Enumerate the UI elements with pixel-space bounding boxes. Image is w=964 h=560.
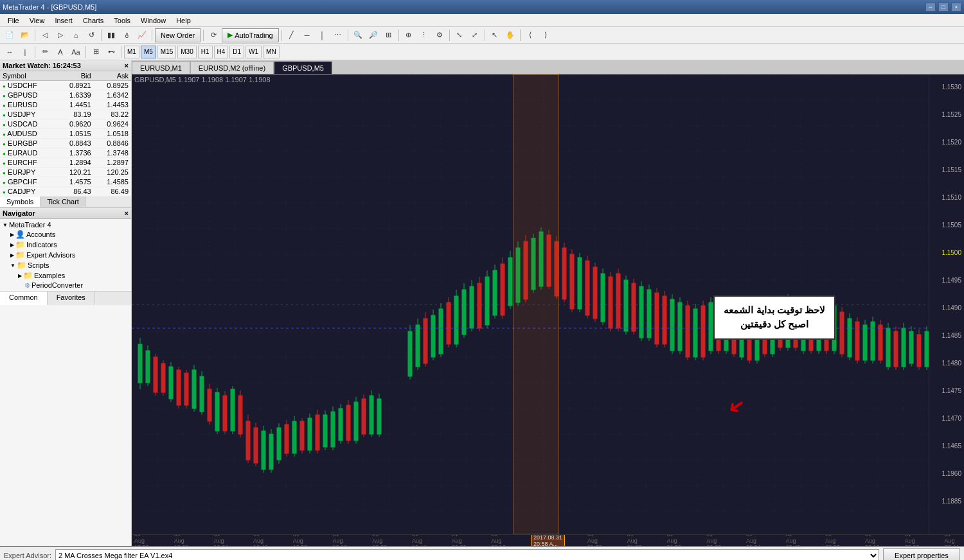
restore-button[interactable]: □ <box>938 3 949 12</box>
expand-button[interactable]: ⤡ <box>452 28 467 42</box>
ea-expand: ▶ <box>10 252 14 258</box>
line-tool-button[interactable]: ╱ <box>285 28 299 42</box>
period-w1[interactable]: W1 <box>245 46 262 58</box>
tab-tick-chart[interactable]: Tick Chart <box>40 197 86 207</box>
navigator-close[interactable]: × <box>125 209 129 217</box>
nav-expert-advisors[interactable]: ▶ 📁 Expert Advisors <box>0 250 131 260</box>
h-line-button[interactable]: ─ <box>300 28 314 42</box>
grid-button[interactable]: ⊞ <box>382 28 396 42</box>
chart-canvas[interactable]: GBPUSD,M5 1.1907 1.1908 1.1907 1.1908 <box>132 74 964 534</box>
price-axis: 1.1530 1.1525 1.1520 1.1515 1.1510 1.150… <box>929 74 964 534</box>
arrow-left-button[interactable]: ◁ <box>38 28 52 42</box>
market-watch-row[interactable]: ● USDCAD 0.9620 0.9624 <box>0 119 131 129</box>
chart-tab-eurusd-m2[interactable]: EURUSD,M2 (offline) <box>190 61 274 74</box>
nav-scripts[interactable]: ▼ 📁 Scripts <box>0 260 131 270</box>
refresh-button[interactable]: ↺ <box>84 28 98 42</box>
period-converter-label: PeriodConverter <box>31 281 83 289</box>
tab-symbols[interactable]: Symbols <box>0 197 40 207</box>
period-h1[interactable]: H1 <box>198 46 213 58</box>
chart-tab-gbpusd-m5[interactable]: GBPUSD,M5 <box>274 61 332 74</box>
period-m5[interactable]: M5 <box>141 46 156 58</box>
market-watch-row[interactable]: ● GBPUSD 1.6339 1.6342 <box>0 91 131 100</box>
market-watch-row[interactable]: ● EURJPY 120.21 120.25 <box>0 168 131 177</box>
v-line-button[interactable]: │ <box>316 28 330 42</box>
toolbar2-btn1[interactable]: ↔ <box>3 45 17 59</box>
more-button[interactable]: ⋮ <box>417 28 431 42</box>
candle-button[interactable]: 🕯 <box>120 28 134 42</box>
nav-examples[interactable]: ▶ 📁 Examples <box>0 270 131 281</box>
nav-accounts[interactable]: ▶ 👤 Accounts <box>0 229 131 240</box>
forward-button[interactable]: ⟩ <box>539 28 553 42</box>
bid-cell: 86.43 <box>56 187 93 197</box>
sep4 <box>203 30 204 41</box>
market-watch-row[interactable]: ● EURUSD 1.4451 1.4453 <box>0 100 131 110</box>
ea-dropdown[interactable]: 2 MA Crosses Mega filter EA V1.ex4 <box>55 549 879 560</box>
line-chart-button[interactable]: 📈 <box>135 28 149 42</box>
bid-cell: 1.2894 <box>56 158 93 168</box>
ask-cell: 1.2897 <box>94 158 131 168</box>
new-order-label: New Order <box>161 31 195 39</box>
menu-help[interactable]: Help <box>171 15 196 26</box>
menu-insert[interactable]: Insert <box>49 15 78 26</box>
menu-view[interactable]: View <box>24 15 50 26</box>
market-watch-row[interactable]: ● GBPCHF 1.4575 1.4585 <box>0 177 131 187</box>
nav-period-converter[interactable]: ⚙ PeriodConverter <box>0 281 131 290</box>
indicators-button[interactable]: ⊕ <box>402 28 416 42</box>
new-file-button[interactable]: 📄 <box>3 28 17 42</box>
period-d1[interactable]: D1 <box>229 46 244 58</box>
new-order-button[interactable]: New Order <box>155 28 201 42</box>
fib-button[interactable]: ⋯ <box>331 28 345 42</box>
toolbar2-abc2[interactable]: Aa <box>69 45 83 59</box>
menu-file[interactable]: File <box>3 15 24 26</box>
chart-refresh-button[interactable]: ⟳ <box>206 28 220 42</box>
settings-button[interactable]: ⚙ <box>433 28 447 42</box>
period-m30[interactable]: M30 <box>177 46 196 58</box>
market-watch-row[interactable]: ● EURCHF 1.2894 1.2897 <box>0 158 131 168</box>
period-m15[interactable]: M15 <box>157 46 176 58</box>
navigator-panel: Navigator × ▼ MetaTrader 4 ▶ 👤 Accounts … <box>0 208 131 546</box>
market-watch-table: Symbol Bid Ask ● USDCHF 0.8921 0.8925 ● … <box>0 71 131 197</box>
expert-properties-button[interactable]: Expert properties <box>883 548 960 560</box>
hand-button[interactable]: ✋ <box>503 28 517 42</box>
sep2 <box>101 30 102 41</box>
market-watch-close[interactable]: × <box>125 62 129 69</box>
market-watch-row[interactable]: ● USDCHF 0.8921 0.8925 <box>0 81 131 91</box>
market-watch-row[interactable]: ● CADJPY 86.43 86.49 <box>0 187 131 197</box>
zoom-in-button[interactable]: 🔍 <box>351 28 365 42</box>
nav-tab-common[interactable]: Common <box>0 292 48 305</box>
ea-label: Expert Advisors <box>26 251 75 259</box>
market-watch-row[interactable]: ● EURGBP 0.8843 0.8846 <box>0 139 131 148</box>
arrow-right-button[interactable]: ▷ <box>53 28 67 42</box>
status-dot: ● <box>3 161 6 166</box>
period-mn[interactable]: MN <box>263 46 280 58</box>
market-watch-row[interactable]: ● USDJPY 83.19 83.22 <box>0 110 131 119</box>
period-h4[interactable]: H4 <box>214 46 229 58</box>
cursor-button[interactable]: ↖ <box>488 28 502 42</box>
market-watch-row[interactable]: ● EURAUD 1.3736 1.3748 <box>0 148 131 158</box>
nav-metatrader4[interactable]: ▼ MetaTrader 4 <box>0 220 131 229</box>
period-m1[interactable]: M1 <box>124 46 139 58</box>
market-watch-row[interactable]: ● AUDUSD 1.0515 1.0518 <box>0 129 131 139</box>
toolbar2-drag[interactable]: ⊷ <box>104 45 118 59</box>
menu-tools[interactable]: Tools <box>109 15 136 26</box>
close-button[interactable]: × <box>951 3 961 12</box>
home-button[interactable]: ⌂ <box>69 28 83 42</box>
toolbar2-edit[interactable]: ⊞ <box>89 45 103 59</box>
toolbar2-draw[interactable]: ✏ <box>38 45 52 59</box>
bar-chart-button[interactable]: ▮▮ <box>104 28 118 42</box>
menu-window[interactable]: Window <box>136 15 171 26</box>
open-button[interactable]: 📂 <box>18 28 32 42</box>
nav-tab-favorites[interactable]: Favorites <box>48 292 95 305</box>
minimize-button[interactable]: − <box>925 3 936 12</box>
auto-trading-button[interactable]: ▶ AutoTrading <box>222 28 279 42</box>
chart-tab-eurusd-m1[interactable]: EURUSD,M1 <box>132 61 190 74</box>
back-button[interactable]: ⟨ <box>523 28 537 42</box>
menu-charts[interactable]: Charts <box>78 15 109 26</box>
toolbar2-abc[interactable]: A <box>53 45 67 59</box>
zoom-out-button[interactable]: 🔎 <box>366 28 380 42</box>
shrink-button[interactable]: ⤢ <box>468 28 482 42</box>
expand-icon: ▼ <box>3 222 8 228</box>
title-bar: MetaTrader 4 - [GBPUSD,M5] − □ × <box>0 0 964 14</box>
nav-indicators[interactable]: ▶ 📁 Indicators <box>0 240 131 250</box>
toolbar2-btn2[interactable]: | <box>18 45 32 59</box>
